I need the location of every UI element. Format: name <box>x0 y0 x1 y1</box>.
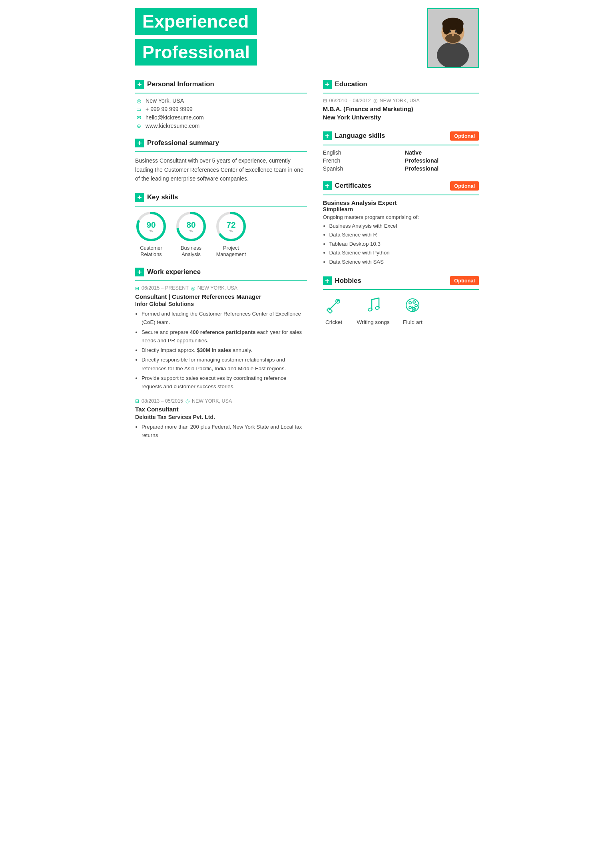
svg-point-5 <box>456 21 463 34</box>
svg-point-29 <box>409 306 411 309</box>
svg-point-22 <box>368 308 372 311</box>
cert-org: Simplilearn <box>323 206 479 213</box>
skill-value-2: 80 % <box>175 211 207 242</box>
language-plus-icon: + <box>323 131 332 140</box>
header-title-line2: Professional <box>135 39 257 66</box>
profile-photo <box>427 8 479 68</box>
certificates-section: + Certificates Optional Business Analysi… <box>323 181 479 267</box>
personal-phone: ▭ + 999 99 999 9999 <box>135 106 307 112</box>
lang-level-3: Professional <box>405 165 479 172</box>
summary-plus-icon: + <box>135 139 144 147</box>
skill-item-project-management: 72 % ProjectManagement <box>215 211 247 258</box>
education-divider <box>323 93 479 93</box>
education-plus-icon: + <box>323 80 332 89</box>
hobbies-container: Cricket Writing songs <box>323 294 479 325</box>
skill-circle-1: 90 % <box>135 211 167 242</box>
certificates-divider <box>323 195 479 195</box>
education-header: + Education <box>323 80 479 89</box>
cert-bullet: Data Science with SAS <box>329 258 479 267</box>
skills-container: 90 % CustomerRelations 80 <box>135 211 307 258</box>
skills-divider <box>135 206 307 207</box>
edu-degree: M.B.A. (Finance and Marketing)New York U… <box>323 105 479 122</box>
job-2-meta: ⊟ 08/2013 – 05/2015 ◎ NEW YORK, USA <box>135 398 307 404</box>
job-2-cal-icon: ⊟ <box>135 398 139 404</box>
language-title: Language skills <box>335 132 451 140</box>
art-icon <box>402 294 424 316</box>
hobbies-plus-icon: + <box>323 276 332 285</box>
main-content: + Personal Information ◎ New York, USA ▭… <box>135 80 479 449</box>
personal-website: ⊕ www.kickresume.com <box>135 123 307 129</box>
cert-bullet: Tableau Desktop 10.3 <box>329 240 479 249</box>
job-1-company: Infor Global Solutions <box>135 301 307 307</box>
skill-circle-2: 80 % <box>175 211 207 242</box>
certificates-header: + Certificates Optional <box>323 181 479 191</box>
svg-point-9 <box>452 34 454 37</box>
job-2-loc-icon: ◎ <box>185 398 189 404</box>
job-1-meta: ⊟ 06/2015 – PRESENT ◎ NEW YORK, USA <box>135 285 307 291</box>
personal-plus-icon: + <box>135 80 144 89</box>
hobby-label-art: Fluid art <box>403 319 423 325</box>
hobby-label-music: Writing songs <box>357 319 390 325</box>
bullet: Prepared more than 200 plus Federal, New… <box>142 423 307 440</box>
lang-name-2: French <box>323 157 397 164</box>
svg-line-16 <box>329 300 339 310</box>
skill-item-customer-relations: 90 % CustomerRelations <box>135 211 167 258</box>
location-icon: ◎ <box>135 98 142 104</box>
work-header: + Work experience <box>135 268 307 276</box>
svg-point-1 <box>437 42 469 68</box>
hobbies-section: + Hobbies Optional <box>323 276 479 325</box>
work-section: + Work experience ⊟ 06/2015 – PRESENT ◎ … <box>135 268 307 439</box>
skills-section: + Key skills 90 % <box>135 193 307 258</box>
summary-divider <box>135 151 307 152</box>
web-icon: ⊕ <box>135 123 142 129</box>
skills-header: + Key skills <box>135 193 307 202</box>
hobbies-divider <box>323 289 479 290</box>
cert-bullet: Business Analysis with Excel <box>329 222 479 231</box>
svg-point-25 <box>409 302 411 304</box>
certificates-title: Certificates <box>335 182 451 190</box>
cert-bullets: Business Analysis with Excel Data Scienc… <box>323 222 479 267</box>
email-icon: ✉ <box>135 115 142 121</box>
svg-point-27 <box>415 304 417 307</box>
bullet: Directly responsible for managing custom… <box>142 356 307 373</box>
education-title: Education <box>335 80 479 88</box>
personal-title: Personal Information <box>147 80 307 88</box>
edu-meta: ⊟ 06/2010 – 04/2012 ◎ NEW YORK, USA <box>323 97 479 103</box>
job-1: ⊟ 06/2015 – PRESENT ◎ NEW YORK, USA Cons… <box>135 285 307 391</box>
hobby-writing-songs: Writing songs <box>357 294 390 325</box>
hobbies-optional-badge: Optional <box>450 276 479 285</box>
personal-email: ✉ hello@kickresume.com <box>135 114 307 121</box>
personal-header: + Personal Information <box>135 80 307 89</box>
language-table: English Native French Professional Spani… <box>323 149 479 172</box>
skills-plus-icon: + <box>135 193 144 202</box>
personal-divider <box>135 93 307 93</box>
svg-line-19 <box>372 298 379 300</box>
lang-name-3: Spanish <box>323 165 397 172</box>
cert-bullet: Data Science with Python <box>329 248 479 258</box>
header-title-block: Experienced Professional <box>135 8 257 66</box>
cricket-icon <box>323 294 345 316</box>
svg-point-8 <box>455 30 457 33</box>
job-2-company: Deloitte Tax Services Pvt. Ltd. <box>135 414 307 420</box>
svg-point-23 <box>375 306 379 310</box>
job-2: ⊟ 08/2013 – 05/2015 ◎ NEW YORK, USA Tax … <box>135 398 307 439</box>
resume-header: Experienced Professional <box>135 8 479 68</box>
cert-bullet: Data Science with R <box>329 230 479 240</box>
header-title-line1: Experienced <box>135 8 257 35</box>
cert-name: Business Analysis Expert <box>323 199 479 206</box>
job-2-bullets: Prepared more than 200 plus Federal, New… <box>135 423 307 440</box>
lang-level-2: Professional <box>405 157 479 164</box>
hobby-fluid-art: Fluid art <box>402 294 424 325</box>
hobby-label-cricket: Cricket <box>325 319 342 325</box>
skill-item-business-analysis: 80 % BusinessAnalysis <box>175 211 207 258</box>
hobbies-title: Hobbies <box>335 277 451 285</box>
right-column: + Education ⊟ 06/2010 – 04/2012 ◎ NEW YO… <box>323 80 479 449</box>
lang-name-1: English <box>323 149 397 156</box>
cert-desc: Ongoing masters program comprising of: <box>323 214 479 220</box>
edu-loc-icon: ◎ <box>373 97 377 103</box>
language-divider <box>323 145 479 145</box>
language-section: + Language skills Optional English Nativ… <box>323 131 479 172</box>
skill-value-3: 72 % <box>215 211 247 242</box>
work-divider <box>135 280 307 281</box>
phone-icon: ▭ <box>135 106 142 112</box>
